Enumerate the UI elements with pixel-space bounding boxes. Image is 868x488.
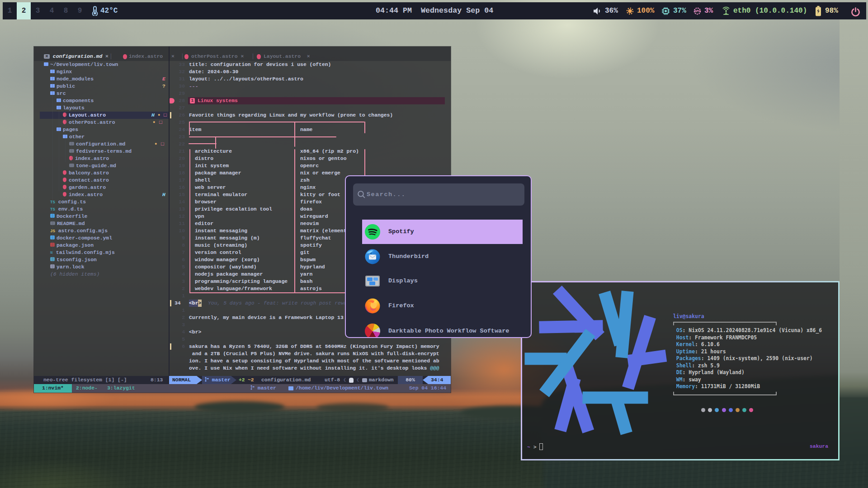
svg-text:GPU: GPU — [694, 9, 700, 13]
